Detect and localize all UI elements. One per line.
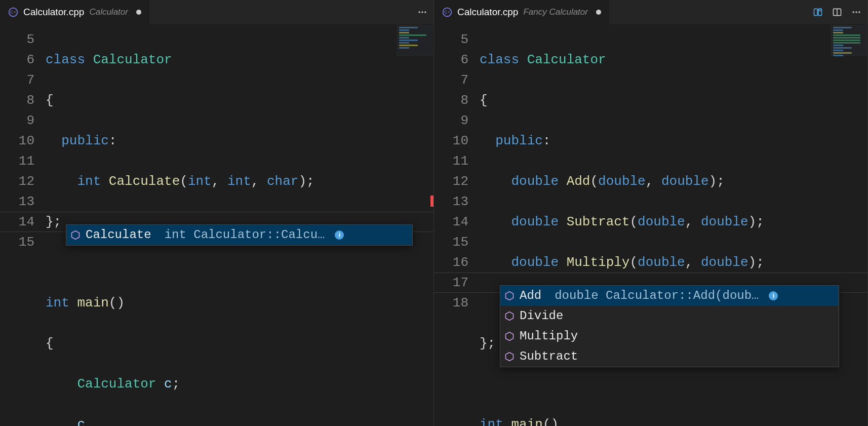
line-number: 13 bbox=[434, 191, 468, 212]
tab-bar: C+ Calculator.cpp Calculator bbox=[0, 0, 433, 24]
line-number: 7 bbox=[0, 70, 34, 90]
svg-point-4 bbox=[424, 11, 426, 13]
line-number: 8 bbox=[434, 90, 468, 110]
line-number: 14 bbox=[0, 212, 34, 232]
line-number: 15 bbox=[434, 232, 468, 252]
suggest-item[interactable]: Multiply bbox=[500, 326, 839, 346]
editor-body[interactable]: 5 6 7 8 9 10 11 12 13 14 15 class Calcul… bbox=[0, 24, 433, 426]
line-number: 9 bbox=[434, 110, 468, 131]
line-number: 7 bbox=[434, 70, 468, 90]
line-number: 10 bbox=[434, 131, 468, 151]
dirty-indicator-icon bbox=[596, 10, 601, 15]
dirty-indicator-icon bbox=[136, 10, 141, 15]
suggest-item[interactable]: Subtract bbox=[500, 346, 839, 367]
code-line: double Add(double, double); bbox=[480, 171, 867, 191]
suggest-label: Calculate bbox=[86, 227, 151, 243]
editor-body[interactable]: 5 6 7 8 9 10 11 12 13 14 15 16 17 18 cla… bbox=[434, 24, 867, 426]
code-line: int Calculate(int, int, char); bbox=[46, 171, 433, 191]
line-number-gutter: 5 6 7 8 9 10 11 12 13 14 15 16 17 18 bbox=[434, 24, 480, 426]
svg-text:C+: C+ bbox=[444, 10, 450, 15]
intellisense-popup[interactable]: Add double Calculator::Add(doub… i Divid… bbox=[500, 285, 839, 367]
line-number: 8 bbox=[0, 90, 34, 110]
more-icon[interactable] bbox=[851, 7, 861, 17]
more-icon[interactable] bbox=[417, 7, 427, 17]
line-number: 12 bbox=[0, 171, 34, 191]
method-icon bbox=[70, 230, 81, 240]
suggest-label: Add bbox=[520, 288, 541, 304]
line-number: 14 bbox=[434, 212, 468, 232]
line-number-gutter: 5 6 7 8 9 10 11 12 13 14 15 bbox=[0, 24, 46, 426]
tab-bar: C+ Calculator.cpp Fancy Calculator bbox=[434, 0, 867, 24]
code-line: int main() bbox=[480, 414, 867, 426]
editor-pane-right: C+ Calculator.cpp Fancy Calculator 5 6 7… bbox=[434, 0, 868, 426]
suggest-item[interactable]: Calculate int Calculator::Calcu… i bbox=[66, 225, 412, 245]
line-number: 15 bbox=[0, 232, 34, 252]
code-line bbox=[46, 252, 433, 273]
suggest-item[interactable]: Add double Calculator::Add(doub… i bbox=[500, 286, 839, 306]
code-line: { bbox=[46, 90, 433, 110]
svg-point-12 bbox=[853, 11, 854, 13]
line-number: 11 bbox=[434, 151, 468, 171]
cpp-file-icon: C+ bbox=[442, 7, 452, 17]
code-line: Calculator c; bbox=[46, 374, 433, 394]
editor-pane-left: C+ Calculator.cpp Calculator 5 6 7 8 9 1… bbox=[0, 0, 434, 426]
info-icon[interactable]: i bbox=[335, 230, 344, 240]
svg-point-14 bbox=[858, 11, 860, 13]
line-number: 11 bbox=[0, 151, 34, 171]
line-number: 5 bbox=[434, 29, 468, 50]
line-number: 10 bbox=[0, 131, 34, 151]
tab-folder: Fancy Calculator bbox=[523, 7, 588, 17]
code-line: int main() bbox=[46, 293, 433, 313]
line-number: 18 bbox=[434, 293, 468, 313]
svg-rect-7 bbox=[814, 9, 818, 15]
line-number: 6 bbox=[434, 50, 468, 70]
method-icon bbox=[504, 352, 515, 362]
code-line: { bbox=[46, 333, 433, 354]
line-number: 5 bbox=[0, 29, 34, 50]
code-line: public: bbox=[46, 131, 433, 151]
suggest-label: Multiply bbox=[520, 328, 578, 344]
line-number: 6 bbox=[0, 50, 34, 70]
tab-calculator-right[interactable]: C+ Calculator.cpp Fancy Calculator bbox=[434, 0, 610, 24]
svg-point-2 bbox=[419, 11, 420, 13]
diff-marker-icon bbox=[430, 196, 433, 207]
suggest-detail: int Calculator::Calcu… bbox=[165, 227, 325, 243]
compare-changes-icon[interactable] bbox=[813, 7, 823, 17]
minimap[interactable] bbox=[397, 25, 432, 56]
tab-calculator-left[interactable]: C+ Calculator.cpp Calculator bbox=[0, 0, 150, 24]
split-editor-icon[interactable] bbox=[832, 7, 842, 17]
svg-point-13 bbox=[855, 11, 857, 13]
tab-filename: Calculator.cpp bbox=[23, 7, 84, 18]
intellisense-popup[interactable]: Calculate int Calculator::Calcu… i bbox=[66, 224, 413, 246]
info-icon[interactable]: i bbox=[769, 291, 778, 300]
suggest-item[interactable]: Divide bbox=[500, 306, 839, 326]
code-line: c. bbox=[46, 414, 433, 426]
cpp-file-icon: C+ bbox=[8, 7, 18, 17]
line-number: 9 bbox=[0, 110, 34, 131]
line-number: 16 bbox=[434, 252, 468, 273]
code-line: public: bbox=[480, 131, 867, 151]
code-line: class Calculator bbox=[46, 50, 433, 70]
tab-filename: Calculator.cpp bbox=[457, 7, 518, 18]
tab-folder: Calculator bbox=[89, 7, 128, 17]
code-line: { bbox=[480, 90, 867, 110]
code-line bbox=[480, 374, 867, 394]
line-number: 17 bbox=[434, 273, 468, 293]
method-icon bbox=[504, 331, 515, 341]
tab-actions bbox=[813, 7, 861, 17]
suggest-detail: double Calculator::Add(doub… bbox=[555, 288, 759, 304]
method-icon bbox=[504, 291, 515, 301]
code-line: double Subtract(double, double); bbox=[480, 212, 867, 232]
svg-point-3 bbox=[421, 11, 423, 13]
suggest-label: Subtract bbox=[520, 348, 578, 365]
line-number: 12 bbox=[434, 171, 468, 191]
suggest-label: Divide bbox=[520, 308, 563, 324]
tab-actions bbox=[417, 7, 427, 17]
svg-text:C+: C+ bbox=[10, 10, 16, 15]
code-line: double Multiply(double, double); bbox=[480, 252, 867, 273]
minimap[interactable] bbox=[831, 25, 866, 56]
line-number: 13 bbox=[0, 191, 34, 212]
method-icon bbox=[504, 311, 515, 321]
code-line: class Calculator bbox=[480, 50, 867, 70]
